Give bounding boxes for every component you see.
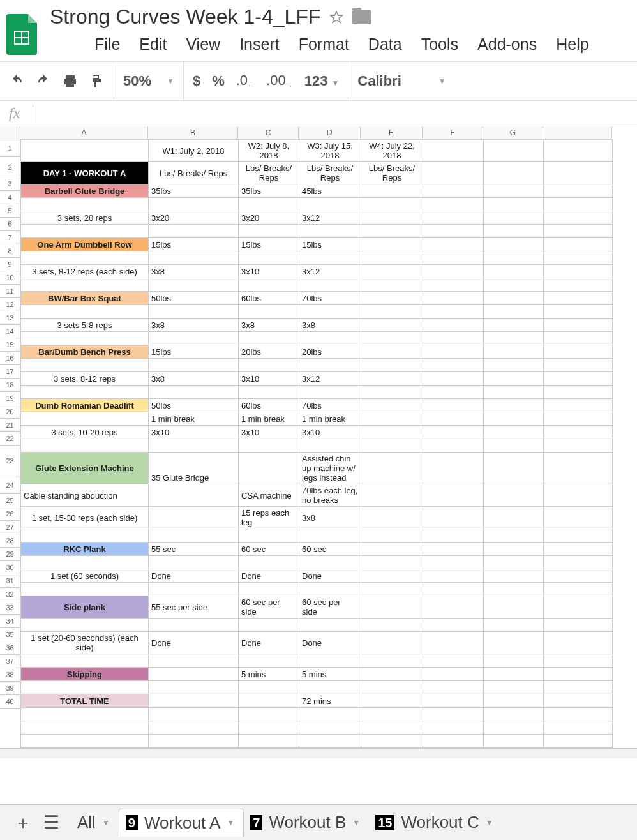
cell-C4[interactable] [239, 198, 299, 211]
cell-34[interactable] [544, 654, 613, 668]
cell-G4[interactable] [484, 198, 544, 211]
cell-B23[interactable]: 35 Glute Bridge [149, 453, 239, 484]
cell-E25[interactable] [361, 507, 423, 529]
cell-6[interactable] [544, 225, 613, 238]
cell-40[interactable] [544, 735, 613, 748]
cell-1[interactable] [544, 140, 613, 162]
cell-C10[interactable] [239, 278, 299, 292]
cell-B13[interactable]: 3x8 [149, 319, 239, 332]
cell-G27[interactable] [484, 543, 544, 556]
cell-D34[interactable] [299, 654, 361, 668]
cell-F19[interactable] [423, 399, 484, 412]
cell-37[interactable] [544, 694, 613, 708]
cell-F37[interactable] [423, 694, 484, 708]
cell-E20[interactable] [361, 412, 423, 426]
cell-F14[interactable] [423, 332, 484, 345]
cell-B26[interactable] [149, 529, 239, 543]
cell-A33[interactable]: 1 set (20-60 secondss) (each side) [21, 632, 149, 654]
cell-A16[interactable] [21, 359, 149, 372]
row-header-30[interactable]: 30 [0, 561, 20, 574]
sheet-tab-workout-c[interactable]: 15Workout C▼ [369, 809, 502, 837]
cell-B30[interactable] [149, 583, 239, 596]
cell-B17[interactable]: 3x8 [149, 372, 239, 386]
cell-14[interactable] [544, 332, 613, 345]
cell-B3[interactable]: 35lbs [149, 184, 239, 198]
cell-5[interactable] [544, 211, 613, 225]
cell-C6[interactable] [239, 225, 299, 238]
row-header-17[interactable]: 17 [0, 365, 20, 379]
cell-B21[interactable]: 3x10 [149, 426, 239, 439]
row-header-1[interactable]: 1 [0, 139, 20, 157]
cell-D18[interactable] [299, 386, 361, 399]
cell-9[interactable] [544, 265, 613, 278]
cell-G7[interactable] [484, 238, 544, 251]
row-header-10[interactable]: 10 [0, 271, 20, 285]
cell-F32[interactable] [423, 619, 484, 632]
cell-D19[interactable]: 70lbs [299, 399, 361, 412]
cell-F28[interactable] [423, 556, 484, 569]
menu-add-ons[interactable]: Add-ons [477, 35, 537, 54]
cell-F36[interactable] [423, 681, 484, 694]
row-header-13[interactable]: 13 [0, 311, 20, 325]
row-header-37[interactable]: 37 [0, 655, 20, 668]
cell-G12[interactable] [484, 305, 544, 319]
cell-20[interactable] [544, 412, 613, 426]
cell-C11[interactable]: 60lbs [239, 292, 299, 305]
cell-G22[interactable] [484, 439, 544, 453]
menu-view[interactable]: View [186, 35, 220, 54]
cell-F34[interactable] [423, 654, 484, 668]
row-header-7[interactable]: 7 [0, 231, 20, 244]
cell-E12[interactable] [361, 305, 423, 319]
cell-C12[interactable] [239, 305, 299, 319]
row-header-20[interactable]: 20 [0, 405, 20, 419]
cell-B8[interactable] [149, 251, 239, 265]
cell-F21[interactable] [423, 426, 484, 439]
cell-C29[interactable]: Done [239, 569, 299, 583]
cell-D38[interactable] [299, 708, 361, 721]
cell-E15[interactable] [361, 345, 423, 359]
cell-B27[interactable]: 55 sec [149, 543, 239, 556]
cell-F40[interactable] [423, 735, 484, 748]
cell-E21[interactable] [361, 426, 423, 439]
cell-A7[interactable]: One Arm Dumbbell Row [21, 238, 149, 251]
chevron-down-icon[interactable]: ▼ [486, 818, 493, 827]
row-header-24[interactable]: 24 [0, 476, 20, 494]
cell-G5[interactable] [484, 211, 544, 225]
cell-D13[interactable]: 3x8 [299, 319, 361, 332]
cell-A18[interactable] [21, 386, 149, 399]
cell-G9[interactable] [484, 265, 544, 278]
cell-F38[interactable] [423, 708, 484, 721]
cell-B35[interactable] [149, 668, 239, 681]
row-header-25[interactable]: 25 [0, 494, 20, 507]
currency-button[interactable]: $ [193, 73, 200, 89]
cell-2[interactable] [544, 162, 613, 184]
cell-C31[interactable]: 60 sec per side [239, 596, 299, 619]
cell-B36[interactable] [149, 681, 239, 694]
cell-C13[interactable]: 3x8 [239, 319, 299, 332]
cell-B31[interactable]: 55 sec per side [149, 596, 239, 619]
cell-F15[interactable] [423, 345, 484, 359]
cell-A31[interactable]: Side plank [21, 596, 149, 619]
cell-F6[interactable] [423, 225, 484, 238]
cell-G40[interactable] [484, 735, 544, 748]
cell-F18[interactable] [423, 386, 484, 399]
cell-F3[interactable] [423, 184, 484, 198]
cell-A10[interactable] [21, 278, 149, 292]
cell-E33[interactable] [361, 632, 423, 654]
cell-7[interactable] [544, 238, 613, 251]
cell-G33[interactable] [484, 632, 544, 654]
cell-A29[interactable]: 1 set (60 seconds) [21, 569, 149, 583]
cell-E6[interactable] [361, 225, 423, 238]
cell-B1[interactable]: W1: July 2, 2018 [149, 140, 239, 162]
paint-format-icon[interactable] [89, 73, 105, 89]
sheet-tab-workout-a[interactable]: 9Workout A▼ [119, 809, 244, 837]
cell-D24[interactable]: 70lbs each leg, no breaks [299, 484, 361, 507]
cell-39[interactable] [544, 721, 613, 735]
row-header-31[interactable]: 31 [0, 574, 20, 588]
cell-A15[interactable]: Bar/Dumb Bench Press [21, 345, 149, 359]
cell-D8[interactable] [299, 251, 361, 265]
cell-A39[interactable] [21, 721, 149, 735]
cell-G13[interactable] [484, 319, 544, 332]
cell-E39[interactable] [361, 721, 423, 735]
cell-E36[interactable] [361, 681, 423, 694]
